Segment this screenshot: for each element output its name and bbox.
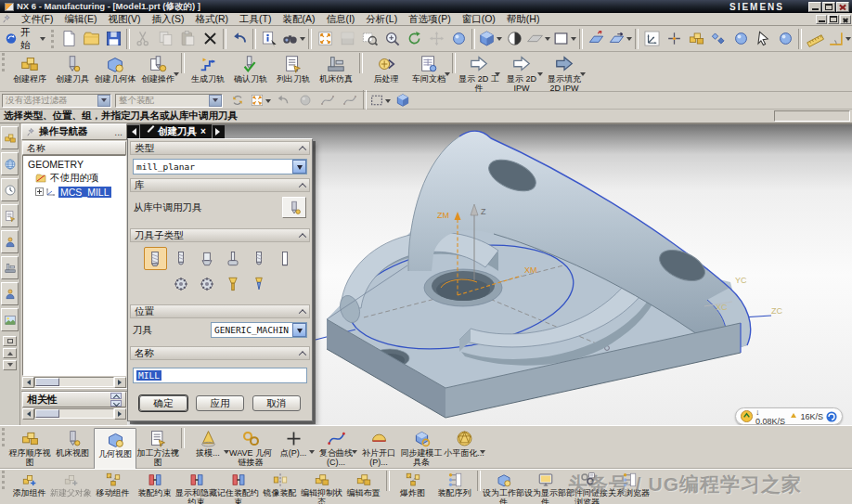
collapse-icon[interactable] bbox=[299, 233, 306, 240]
move-object-button[interactable] bbox=[685, 28, 707, 50]
show-hide-constraints-button[interactable]: 显示和隐藏约束 bbox=[175, 471, 217, 504]
resource-down-button[interactable] bbox=[3, 360, 17, 370]
synchronous-modeling-toolbar-button[interactable]: 同步建模工具条 bbox=[400, 428, 443, 468]
dropdown-caret[interactable] bbox=[545, 37, 550, 44]
zoom-in-out-button[interactable] bbox=[381, 28, 403, 50]
make-displayed-part-button[interactable]: 设为显示部件 bbox=[524, 471, 566, 504]
geometry-view-button[interactable]: 几何视图 bbox=[94, 428, 136, 470]
call-tool-from-library-button[interactable] bbox=[282, 197, 306, 218]
create-tool-button[interactable]: 创建刀具 bbox=[51, 53, 94, 94]
show-2d-workpiece-button[interactable]: 显示 2D 工件 bbox=[458, 53, 500, 94]
machining-method-view-button[interactable]: 加工方法视图 bbox=[136, 428, 179, 468]
start-button[interactable]: 开始 bbox=[1, 28, 49, 50]
apply-button[interactable]: 应用 bbox=[196, 395, 244, 411]
machine-tool-view-button[interactable]: 机床视图 bbox=[51, 428, 94, 468]
point-button[interactable]: 点(P)... bbox=[272, 428, 315, 468]
name-section-header[interactable]: 名称 bbox=[130, 346, 310, 360]
dialog-close-icon[interactable]: × bbox=[200, 127, 206, 136]
add-component-button[interactable]: 添加组件 bbox=[8, 471, 50, 504]
hob-tool-button[interactable] bbox=[196, 272, 219, 295]
unused-items-node[interactable]: 不使用的项 bbox=[23, 171, 125, 185]
exploded-view-button[interactable]: 爆炸图 bbox=[392, 471, 433, 504]
navigator-header[interactable]: 操作导航器 ... bbox=[21, 123, 127, 140]
navigator-menu-dots[interactable]: ... bbox=[114, 126, 123, 137]
collapse-icon[interactable] bbox=[299, 183, 306, 190]
dropdown-caret[interactable] bbox=[265, 99, 271, 106]
assembly-sequence-button[interactable]: 装配序列 bbox=[433, 471, 475, 504]
relations-browser-button[interactable]: 关系浏览器 bbox=[608, 471, 650, 504]
collapse-icon[interactable] bbox=[299, 309, 306, 317]
dropdown-caret[interactable] bbox=[497, 37, 502, 44]
toolbar-drag-handle[interactable] bbox=[2, 471, 6, 489]
move-face-button[interactable] bbox=[585, 28, 607, 50]
ball-mill-button[interactable] bbox=[170, 247, 193, 270]
measure-angle-button[interactable] bbox=[826, 28, 852, 50]
program-order-view-button[interactable]: 程序顺序视图 bbox=[8, 428, 51, 468]
select-cursor-button[interactable] bbox=[752, 28, 774, 50]
dialog-title-tab[interactable]: 创建刀具 × bbox=[140, 124, 212, 138]
dependencies-header[interactable]: 相关性 bbox=[22, 392, 126, 407]
zoom-box-button[interactable] bbox=[358, 28, 381, 50]
minimize-button[interactable] bbox=[808, 2, 821, 12]
menu-format[interactable]: 格式(R) bbox=[189, 13, 234, 26]
edit-arrangement-button[interactable]: 编辑布置 bbox=[342, 471, 384, 504]
scroll-thumb[interactable] bbox=[35, 378, 59, 386]
create-program-button[interactable]: 创建程序 bbox=[8, 53, 51, 94]
edit-suppression-state-button[interactable]: 编辑抑制状态 bbox=[301, 471, 342, 504]
combo-dropdown-icon[interactable] bbox=[292, 160, 306, 174]
machine-navigator-tab-button[interactable] bbox=[1, 256, 19, 279]
work-layer-cube-button[interactable] bbox=[392, 89, 414, 111]
menu-preferences[interactable]: 首选项(P) bbox=[403, 13, 457, 26]
navigator-hscrollbar[interactable] bbox=[22, 376, 126, 388]
menu-help[interactable]: 帮助(H) bbox=[501, 13, 546, 26]
library-section-header[interactable]: 库 bbox=[130, 178, 310, 192]
location-section-header[interactable]: 位置 bbox=[130, 304, 310, 318]
selection-rectangle-button[interactable] bbox=[368, 89, 392, 111]
resource-up-button[interactable] bbox=[3, 348, 17, 358]
draft-button[interactable]: 拔模... bbox=[187, 428, 229, 468]
postprocess-button[interactable]: 后处理 bbox=[365, 53, 407, 94]
undo-button[interactable] bbox=[228, 28, 251, 50]
create-operation-button[interactable]: 创建操作 bbox=[136, 53, 179, 94]
shaded-view-button[interactable] bbox=[503, 28, 525, 50]
mirror-assembly-button[interactable]: 镜像装配 bbox=[259, 471, 301, 504]
find-component-button[interactable] bbox=[280, 28, 306, 50]
collapse-icon[interactable] bbox=[299, 146, 306, 153]
countersink-tool-button[interactable] bbox=[222, 272, 245, 295]
face-analysis-view-button[interactable] bbox=[525, 28, 551, 50]
dropdown-caret[interactable] bbox=[445, 72, 450, 79]
notes-tab-button[interactable] bbox=[1, 204, 19, 227]
menu-analysis[interactable]: 分析(L) bbox=[360, 13, 403, 26]
tool-subtype-section-header[interactable]: 刀具子类型 bbox=[130, 228, 310, 242]
generate-toolpath-button[interactable]: 生成刀轨 bbox=[187, 53, 229, 94]
verify-toolpath-button[interactable]: 确认刀轨 bbox=[229, 53, 272, 94]
info-window-button[interactable] bbox=[258, 28, 280, 50]
scroll-left-icon[interactable] bbox=[22, 377, 34, 388]
name-column-header[interactable]: 名称 bbox=[22, 141, 126, 155]
combo-dropdown-icon[interactable] bbox=[292, 323, 306, 337]
new-file-button[interactable] bbox=[58, 28, 80, 50]
selection-ball-button[interactable] bbox=[729, 28, 752, 50]
graphics-viewport[interactable]: Z ZM XM YC XC ZC 创建刀具 × bbox=[127, 123, 852, 425]
view-dependent-edit-button[interactable] bbox=[707, 28, 729, 50]
thread-mill-button[interactable] bbox=[170, 272, 193, 295]
list-toolpath-button[interactable]: 列出刀轨 bbox=[272, 53, 315, 94]
dropdown-caret[interactable] bbox=[174, 72, 179, 79]
restore-button[interactable] bbox=[822, 2, 835, 12]
dropdown-caret[interactable] bbox=[580, 72, 586, 79]
move-component-button[interactable]: 移动组件 bbox=[92, 471, 134, 504]
dropdown-caret[interactable] bbox=[626, 37, 632, 44]
tool-name-input[interactable]: MILL bbox=[133, 368, 307, 383]
end-mill-button[interactable] bbox=[144, 247, 167, 270]
doc-restore-button[interactable] bbox=[828, 15, 839, 24]
assembly-navigator-tab-button[interactable] bbox=[1, 126, 19, 149]
menu-window[interactable]: 窗口(O) bbox=[457, 13, 501, 26]
toolbar-drag-handle[interactable] bbox=[2, 428, 6, 446]
menu-tools[interactable]: 工具(T) bbox=[234, 13, 277, 26]
close-button[interactable] bbox=[836, 2, 849, 12]
scroll-right-icon[interactable] bbox=[114, 377, 126, 388]
roles-tab-button[interactable] bbox=[1, 282, 19, 305]
dropdown-caret[interactable] bbox=[385, 99, 391, 106]
facet-body-button[interactable]: 小平面化... bbox=[443, 428, 485, 468]
fit-view-button[interactable] bbox=[314, 28, 336, 50]
